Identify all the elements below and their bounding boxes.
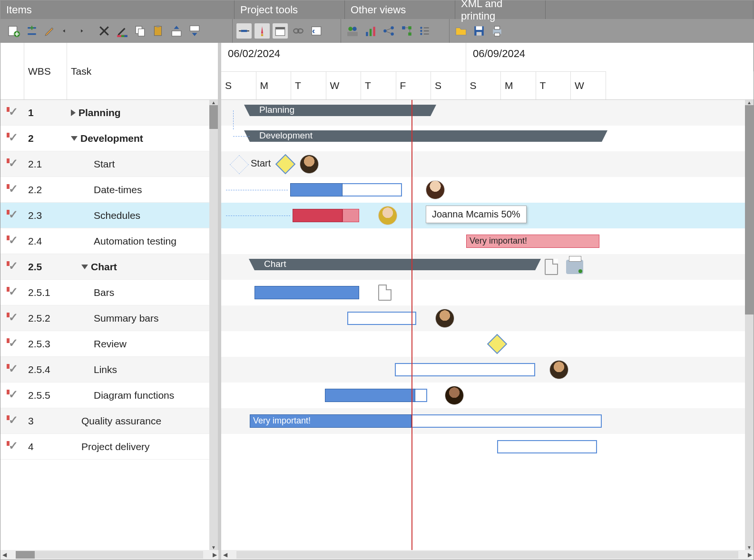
summary-bar-chart[interactable]: Chart xyxy=(255,259,535,270)
check-icon[interactable] xyxy=(7,313,18,324)
baseline-icon[interactable] xyxy=(236,23,252,39)
task-bar-schedules[interactable] xyxy=(293,209,343,222)
level-icon[interactable] xyxy=(309,23,324,39)
indent-icon[interactable] xyxy=(60,23,76,39)
calendar-icon[interactable] xyxy=(273,23,288,39)
check-icon[interactable] xyxy=(7,261,18,273)
table-row[interactable]: 2.5.4 Links xyxy=(0,357,218,383)
avatar-icon[interactable] xyxy=(378,206,397,225)
table-row[interactable]: 2.5.3 Review xyxy=(0,331,218,357)
printer-icon[interactable] xyxy=(566,260,583,274)
day-header: S xyxy=(431,71,466,100)
table-row[interactable]: 4 Project delivery xyxy=(0,434,218,460)
check-icon[interactable] xyxy=(7,390,18,401)
task-bar-schedules-progress[interactable] xyxy=(343,209,359,222)
task-bar-bars[interactable] xyxy=(255,286,359,299)
check-icon[interactable] xyxy=(7,236,18,247)
collapse-icon[interactable] xyxy=(71,136,78,141)
task-label: Planning xyxy=(78,107,121,118)
check-icon[interactable] xyxy=(7,441,18,452)
task-bar-qa[interactable]: Very important! xyxy=(250,414,411,428)
wbs-column-header[interactable]: WBS xyxy=(24,43,67,99)
paste-icon[interactable] xyxy=(151,23,166,39)
document-icon[interactable] xyxy=(378,285,392,301)
move-down-icon[interactable] xyxy=(187,23,202,39)
summary-bar-development[interactable]: Development xyxy=(250,130,602,142)
task-bar-diagram[interactable] xyxy=(325,389,415,402)
resources-icon[interactable] xyxy=(345,23,360,39)
avatar-icon[interactable] xyxy=(549,360,568,379)
task-bar-datetimes[interactable] xyxy=(290,183,343,196)
avatar-icon[interactable] xyxy=(435,309,454,328)
tree-icon[interactable] xyxy=(399,23,414,39)
svg-rect-22 xyxy=(370,29,372,36)
wbs-cell: 2.5.5 xyxy=(24,390,67,401)
avatar-icon[interactable] xyxy=(426,180,445,199)
check-icon[interactable] xyxy=(7,158,18,170)
task-grid-pane: WBS Task 1 Planning 2 Development 2.1 xyxy=(0,43,218,550)
collapse-icon[interactable] xyxy=(81,265,88,269)
milestone-start[interactable] xyxy=(275,154,295,174)
move-up-icon[interactable] xyxy=(169,23,184,39)
insert-row-icon[interactable] xyxy=(24,23,39,39)
avatar-icon[interactable] xyxy=(445,386,464,405)
table-row[interactable]: 2.3 Schedules xyxy=(0,203,218,228)
delete-icon[interactable] xyxy=(97,23,112,39)
table-row[interactable]: 2.5.5 Diagram functions xyxy=(0,383,218,408)
gantt-vertical-scrollbar[interactable]: ▲ ▼ xyxy=(745,100,754,550)
table-row[interactable]: 2.5.1 Bars xyxy=(0,280,218,305)
table-row[interactable]: 2 Development xyxy=(0,126,218,151)
critical-path-icon[interactable] xyxy=(255,23,270,39)
table-row[interactable]: 1 Planning xyxy=(0,100,218,126)
expand-icon[interactable] xyxy=(71,109,76,116)
left-horizontal-scrollbar[interactable]: ◀▶ xyxy=(0,550,218,560)
table-row[interactable]: 2.2 Date-times xyxy=(0,177,218,203)
task-bar-delivery[interactable] xyxy=(497,440,597,453)
task-bar-qa-remaining[interactable] xyxy=(411,414,602,428)
check-icon[interactable] xyxy=(7,133,18,144)
edit-icon[interactable] xyxy=(42,23,58,39)
link-icon[interactable] xyxy=(291,23,306,39)
outdent-icon[interactable] xyxy=(78,23,94,39)
check-icon[interactable] xyxy=(7,184,18,196)
table-row[interactable]: 2.4 Automation testing xyxy=(0,228,218,254)
color-icon[interactable] xyxy=(115,23,130,39)
task-bar-diagram-remaining[interactable] xyxy=(415,389,427,402)
svg-rect-7 xyxy=(154,26,161,36)
left-vertical-scrollbar[interactable]: ▲ ▼ xyxy=(209,100,218,550)
open-icon[interactable] xyxy=(453,23,469,39)
add-item-icon[interactable] xyxy=(6,23,21,39)
task-bar-summary-bars[interactable] xyxy=(347,312,416,325)
chart-icon[interactable] xyxy=(363,23,378,39)
table-row[interactable]: 2.5.2 Summary bars xyxy=(0,305,218,331)
table-row[interactable]: 2.5 Chart xyxy=(0,254,218,280)
network-icon[interactable] xyxy=(381,23,396,39)
check-icon[interactable] xyxy=(7,210,18,221)
check-icon[interactable] xyxy=(7,107,18,118)
gantt-body[interactable]: Planning Development Start xyxy=(221,100,754,550)
check-icon[interactable] xyxy=(7,415,18,427)
check-icon[interactable] xyxy=(7,364,18,375)
task-bar-links[interactable] xyxy=(395,363,535,376)
task-column-header[interactable]: Task xyxy=(67,43,218,99)
print-icon[interactable] xyxy=(490,23,505,39)
svg-rect-38 xyxy=(495,33,500,36)
list-icon[interactable] xyxy=(417,23,432,39)
copy-icon[interactable] xyxy=(133,23,148,39)
summary-bar-planning[interactable]: Planning xyxy=(250,105,431,116)
check-icon[interactable] xyxy=(7,287,18,298)
avatar-icon[interactable] xyxy=(300,155,319,174)
table-row[interactable]: 2.1 Start xyxy=(0,151,218,177)
milestone-review[interactable] xyxy=(487,334,507,354)
today-marker xyxy=(411,100,412,550)
save-icon[interactable] xyxy=(471,23,487,39)
table-row[interactable]: 3 Quality assurance xyxy=(0,408,218,434)
right-horizontal-scrollbar[interactable]: ◀▶ xyxy=(221,550,754,560)
wbs-cell: 2 xyxy=(24,133,67,144)
check-icon[interactable] xyxy=(7,338,18,350)
task-bar-automation[interactable]: Very important! xyxy=(466,235,599,248)
document-icon[interactable] xyxy=(545,259,558,275)
bottom-scrollbar-row: ◀▶ ◀▶ xyxy=(0,550,754,560)
task-label: Summary bars xyxy=(94,313,159,324)
task-bar-datetimes-remaining[interactable] xyxy=(343,183,402,196)
